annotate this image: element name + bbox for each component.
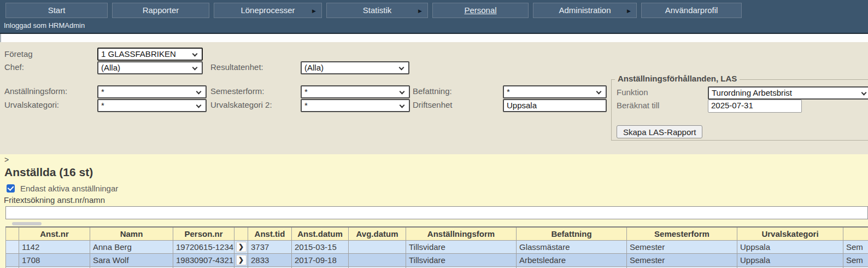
funktion-select-value: Turordning Arbetsbrist <box>712 88 792 97</box>
nav-item-label: Personal <box>464 5 496 15</box>
horizontal-scrollbar-thumb[interactable] <box>12 222 42 225</box>
logged-in-status: Inloggad som HRMAdmin <box>0 20 85 33</box>
active-employments-row: Endast aktiva anställningar <box>7 184 868 193</box>
semesterform-select-value: * <box>304 87 308 96</box>
driftsenhet-label: Driftsenhet <box>413 100 453 109</box>
table-row[interactable]: 1142 Anna Berg 19720615-1234 ❯ 3737 2015… <box>6 240 868 253</box>
befattning-select[interactable]: * <box>503 85 607 98</box>
col-anstallningsform[interactable]: Anställningsform <box>406 227 517 240</box>
chevron-right-icon: ❯ <box>238 243 244 250</box>
freetext-search-input[interactable] <box>5 206 868 219</box>
col-avg-datum[interactable]: Avg.datum <box>349 227 406 240</box>
chef-label: Chef: <box>4 62 24 72</box>
filter-panel: Företag 1 GLASSFABRIKEN Chef: (Alla) Res… <box>0 42 868 154</box>
cell-anst-datum: 2015-03-15 <box>292 240 349 253</box>
cell-anst-tid: 3737 <box>248 240 292 253</box>
col-anst-datum[interactable]: Anst.datum <box>292 227 349 240</box>
table-row[interactable]: 1708 Sara Wolf 19830907-4321 ❯ 2833 2017… <box>6 253 868 266</box>
cell-anst-tid: 2833 <box>248 253 292 266</box>
driftsenhet-input[interactable]: Uppsala <box>503 99 607 112</box>
chef-select[interactable]: (Alla) <box>97 61 203 74</box>
col-detail <box>234 227 248 240</box>
semesterform-select[interactable]: * <box>301 85 410 98</box>
col-urvalskategori[interactable]: Urvalskategori <box>737 227 843 240</box>
nav-item-label: Administration <box>559 5 611 15</box>
col-befattning[interactable]: Befattning <box>517 227 627 240</box>
resultatenhet-select-value: (Alla) <box>304 63 324 72</box>
chevron-down-icon <box>861 90 867 96</box>
active-employments-label: Endast aktiva anställningar <box>20 184 118 193</box>
chevron-right-icon: ❯ <box>238 256 244 264</box>
foretag-select[interactable]: 1 GLASSFABRIKEN <box>97 48 203 61</box>
nav-item-administration[interactable]: Administration▶ <box>533 3 637 18</box>
urvalskategori2-label: Urvalskategori 2: <box>210 100 272 109</box>
nav-item-anvandarprofil[interactable]: Användarprofil <box>641 3 742 18</box>
page-title: Anställda (16 st) <box>4 165 868 179</box>
cell-semesterform: Semester <box>627 240 737 253</box>
cell-anst-nr: 1708 <box>19 253 90 266</box>
funktion-label: Funktion <box>617 88 648 97</box>
top-navigation: Start Rapporter Löneprocesser▶ Statistik… <box>0 0 868 34</box>
nav-item-label: Rapporter <box>143 5 179 15</box>
las-panel-legend: Anställningsförhållanden, LAS <box>615 74 740 83</box>
driftsenhet-input-value: Uppsala <box>507 101 537 110</box>
nav-item-label: Statistik <box>363 5 392 15</box>
chef-select-value: (Alla) <box>101 63 120 72</box>
chevron-down-icon <box>196 89 202 95</box>
employees-table-wrap: Anst.nr Namn Person.nr Anst.tid Anst.dat… <box>5 226 868 268</box>
breadcrumb: > <box>4 156 868 164</box>
cell-avg-datum <box>349 253 406 266</box>
foretag-select-value: 1 GLASSFABRIKEN <box>101 49 176 59</box>
chevron-down-icon <box>192 51 198 57</box>
col-namn[interactable]: Namn <box>90 227 173 240</box>
resultatenhet-label: Resultatenhet: <box>210 62 263 72</box>
semesterform-label: Semesterform: <box>210 86 264 96</box>
nav-item-label: Löneprocesser <box>241 5 295 15</box>
cell-avg-datum <box>349 240 406 253</box>
anstallningsform-label: Anställningsform: <box>4 86 67 96</box>
row-select-cell[interactable] <box>6 253 19 266</box>
submenu-arrow-icon: ▶ <box>627 4 631 18</box>
skapa-las-rapport-button[interactable]: Skapa LAS-Rapport <box>617 125 702 138</box>
nav-item-statistik[interactable]: Statistik▶ <box>326 3 428 18</box>
nav-item-loneprocesser[interactable]: Löneprocesser▶ <box>214 3 322 18</box>
nav-item-label: Start <box>48 5 66 15</box>
chevron-down-icon <box>596 89 602 95</box>
col-person-nr[interactable]: Person.nr <box>173 227 234 240</box>
las-panel: Anställningsförhållanden, LAS Funktion T… <box>611 79 868 141</box>
col-anst-tid[interactable]: Anst.tid <box>248 227 292 240</box>
nav-item-rapporter[interactable]: Rapporter <box>112 3 209 18</box>
nav-item-label: Användarprofil <box>665 5 718 15</box>
cell-partial: Sem <box>843 253 868 266</box>
cell-namn: Anna Berg <box>90 240 173 253</box>
urvalskategori-select-value: * <box>101 101 104 110</box>
table-header-row: Anst.nr Namn Person.nr Anst.tid Anst.dat… <box>6 227 868 240</box>
cell-namn: Sara Wolf <box>90 253 173 266</box>
cell-urvalskategori: Uppsala <box>737 240 843 253</box>
cell-person-nr: 19830907-4321 <box>173 253 234 266</box>
chevron-down-icon <box>196 103 202 108</box>
urvalskategori-label: Urvalskategori: <box>4 100 59 109</box>
active-employments-checkbox[interactable] <box>7 184 15 193</box>
page-gap <box>0 34 868 42</box>
anstallningsform-select[interactable]: * <box>97 85 207 98</box>
cell-urvalskategori: Uppsala <box>737 253 843 266</box>
cell-befattning: Glassmästare <box>517 240 627 253</box>
cell-anst-nr: 1142 <box>19 240 90 253</box>
nav-item-personal[interactable]: Personal <box>432 3 529 18</box>
col-semesterform[interactable]: Semesterform <box>627 227 737 240</box>
col-partial <box>843 227 868 240</box>
row-select-cell[interactable] <box>6 240 19 253</box>
cell-befattning: Arbetsledare <box>517 253 627 266</box>
col-anst-nr[interactable]: Anst.nr <box>19 227 90 240</box>
urvalskategori-select[interactable]: * <box>97 99 207 112</box>
nav-item-start[interactable]: Start <box>5 3 108 18</box>
urvalskategori2-select-value: * <box>304 101 308 110</box>
chevron-down-icon <box>399 65 404 71</box>
row-detail-button[interactable]: ❯ <box>236 242 247 252</box>
resultatenhet-select[interactable]: (Alla) <box>301 61 409 74</box>
funktion-select[interactable]: Turordning Arbetsbrist <box>708 86 868 100</box>
row-detail-button[interactable]: ❯ <box>236 255 247 265</box>
urvalskategori2-select[interactable]: * <box>301 99 410 112</box>
beraknat-till-input[interactable]: 2025-07-31 <box>708 100 802 113</box>
